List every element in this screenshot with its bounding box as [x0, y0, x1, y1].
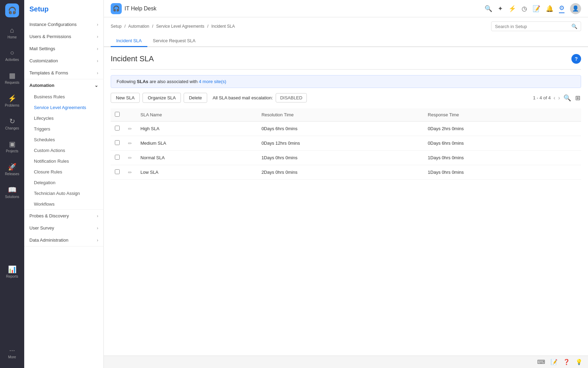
nav-reports-label: Reports: [6, 275, 18, 278]
sidebar-item-schedules[interactable]: Schedules: [24, 134, 103, 145]
releases-icon: 🚀: [8, 163, 17, 171]
sidebar-item-mail-settings[interactable]: Mail Settings ›: [24, 43, 103, 55]
header-edit-col: [124, 108, 136, 122]
breadcrumb-setup[interactable]: Setup: [111, 24, 121, 29]
row-checkbox-cell: [111, 136, 124, 151]
nav-more[interactable]: ··· More: [0, 344, 24, 361]
automation-header[interactable]: Automation ⌄: [24, 79, 103, 91]
lightning-icon[interactable]: ⚡: [508, 5, 516, 12]
chevron-down-icon: ⌄: [94, 83, 98, 88]
more-sites-link[interactable]: 4 more site(s): [199, 79, 226, 84]
pagination-text: 1 - 4 of 4: [533, 95, 551, 100]
header-sla-name: SLA Name: [136, 108, 257, 122]
gear-icon[interactable]: ⚙: [559, 4, 564, 13]
nav-requests-label: Requests: [5, 81, 19, 84]
sidebar-item-notification-rules[interactable]: Notification Rules: [24, 156, 103, 167]
nav-problems[interactable]: ⚡ Problems: [0, 92, 24, 109]
bell-icon[interactable]: 🔔: [546, 5, 553, 12]
row-response-time: 0Days 6hrs 0mins: [424, 136, 581, 151]
row-sla-name: Medium SLA: [136, 136, 257, 151]
row-checkbox-2[interactable]: [115, 155, 120, 160]
edit-pencil-icon[interactable]: ✏: [128, 141, 132, 146]
sidebar-item-lifecycles[interactable]: Lifecycles: [24, 113, 103, 124]
row-checkbox-1[interactable]: [115, 140, 120, 145]
nav-requests[interactable]: ▦ Requests: [0, 69, 24, 87]
content-area: Setup / Automation / Service Level Agree…: [104, 17, 588, 356]
nav-projects[interactable]: ▣ Projects: [0, 138, 24, 155]
sidebar-section-automation: Automation ⌄ Business Rules Service Leve…: [24, 79, 103, 210]
history-icon[interactable]: ◷: [522, 5, 527, 12]
row-checkbox-0[interactable]: [115, 126, 120, 131]
tab-service-request-sla[interactable]: Service Request SLA: [147, 35, 201, 47]
topbar-icons: 🔍 ✦ ⚡ ◷ 📝 🔔 ⚙ 👤: [485, 3, 581, 14]
notes-icon[interactable]: 📝: [533, 5, 540, 12]
help-circle-icon[interactable]: ❓: [563, 359, 570, 365]
nav-projects-label: Projects: [6, 149, 18, 153]
select-all-checkbox[interactable]: [115, 112, 120, 117]
search-icon[interactable]: 🔍: [485, 5, 492, 12]
next-page-button[interactable]: ›: [558, 95, 560, 101]
organize-sla-button[interactable]: Organize SLA: [143, 93, 181, 103]
pagination: 1 - 4 of 4 ‹ › 🔍 ⊞: [533, 94, 581, 102]
automation-label: Automation: [29, 83, 54, 88]
sidebar-item-service-level-agreements[interactable]: Service Level Agreements: [24, 102, 103, 113]
nav-activities[interactable]: ○ Activities: [0, 47, 24, 64]
sidebar-item-business-rules[interactable]: Business Rules: [24, 91, 103, 102]
edit-pencil-icon[interactable]: ✏: [128, 170, 132, 175]
keyboard-icon[interactable]: ⌨: [537, 359, 545, 365]
edit-pencil-icon[interactable]: ✏: [128, 155, 132, 161]
breadcrumb-automation[interactable]: Automation: [128, 24, 149, 29]
table-row: ✏ Medium SLA 0Days 12hrs 0mins 0Days 6hr…: [111, 136, 581, 151]
sidebar-item-delegation[interactable]: Delegation: [24, 177, 103, 188]
edit-icon[interactable]: 📝: [551, 359, 558, 365]
tabs-container: Incident SLA Service Request SLA: [104, 35, 588, 47]
search-bar[interactable]: 🔍: [491, 21, 581, 31]
help-button[interactable]: ?: [571, 54, 581, 64]
app-logo-topbar: 🎧: [111, 3, 122, 14]
nav-home[interactable]: ⌂ Home: [0, 24, 24, 41]
delete-button[interactable]: Delete: [184, 93, 207, 103]
nav-releases-label: Releases: [5, 172, 19, 176]
tab-incident-sla[interactable]: Incident SLA: [111, 35, 147, 47]
nav-reports[interactable]: 📊 Reports: [0, 263, 24, 280]
mail-escalation-label: All SLA based mail escalation:: [213, 95, 273, 100]
icon-navigation: 🎧 ⌂ Home ○ Activities ▦ Requests ⚡ Probl…: [0, 0, 24, 368]
breadcrumb: Setup / Automation / Service Level Agree…: [111, 24, 235, 29]
sidebar-item-technician-auto-assign[interactable]: Technician Auto Assign: [24, 188, 103, 199]
prev-page-button[interactable]: ‹: [553, 95, 555, 101]
row-resolution-time: 2Days 0hrs 0mins: [257, 165, 424, 180]
nav-releases[interactable]: 🚀 Releases: [0, 161, 24, 178]
sidebar-item-users-permissions[interactable]: Users & Permissions ›: [24, 30, 103, 43]
sidebar-item-templates-forms-label: Templates & Forms: [29, 70, 68, 75]
magic-icon[interactable]: ✦: [498, 5, 503, 12]
sidebar-item-customization[interactable]: Customization ›: [24, 55, 103, 67]
sidebar-item-templates-forms[interactable]: Templates & Forms ›: [24, 67, 103, 79]
sidebar-item-custom-actions[interactable]: Custom Actions: [24, 145, 103, 156]
sidebar: Setup Instance Configurations › Users & …: [24, 0, 104, 368]
chevron-right-icon: ›: [97, 22, 98, 27]
sidebar-item-closure-rules[interactable]: Closure Rules: [24, 167, 103, 177]
edit-pencil-icon[interactable]: ✏: [128, 126, 132, 132]
table-search-icon[interactable]: 🔍: [563, 94, 572, 102]
nav-solutions-label: Solutions: [5, 195, 19, 199]
row-checkbox-cell: [111, 122, 124, 136]
nav-changes[interactable]: ↻ Changes: [0, 115, 24, 132]
row-checkbox-3[interactable]: [115, 169, 120, 174]
avatar[interactable]: 👤: [570, 3, 581, 14]
search-input[interactable]: [495, 24, 571, 29]
sidebar-item-data-administration[interactable]: Data Administration ›: [24, 234, 103, 246]
lightbulb-icon[interactable]: 💡: [576, 359, 582, 365]
row-sla-name: High SLA: [136, 122, 257, 136]
breadcrumb-sla[interactable]: Service Level Agreements: [156, 24, 204, 29]
nav-solutions[interactable]: 📖 Solutions: [0, 183, 24, 201]
row-edit-cell: ✏: [124, 136, 136, 151]
row-response-time: 1Days 0hrs 0mins: [424, 151, 581, 165]
sidebar-item-workflows[interactable]: Workflows: [24, 199, 103, 209]
sidebar-item-triggers[interactable]: Triggers: [24, 124, 103, 134]
sidebar-item-instance-config[interactable]: Instance Configurations ›: [24, 18, 103, 30]
inner-content: Incident SLA ? Following SLAs are also a…: [104, 47, 588, 187]
sidebar-item-user-survey[interactable]: User Survey ›: [24, 222, 103, 234]
sidebar-item-probes-discovery[interactable]: Probes & Discovery ›: [24, 210, 103, 222]
column-options-icon[interactable]: ⊞: [575, 94, 581, 102]
new-sla-button[interactable]: New SLA: [111, 93, 140, 103]
